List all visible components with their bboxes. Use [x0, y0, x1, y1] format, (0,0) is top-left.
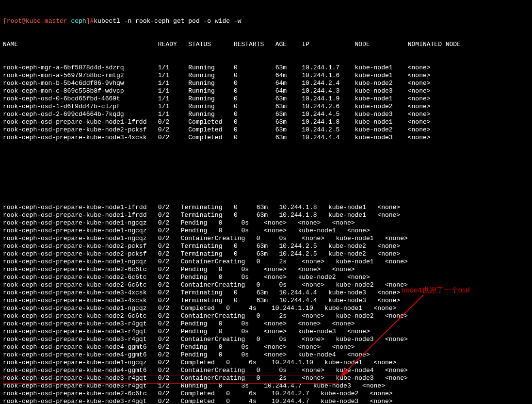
- table-row: rook-ceph-osd-0-6bcd65fbd-4669t 1/1 Runn…: [3, 95, 529, 103]
- table-row: rook-ceph-osd-prepare-kube-node2-pcksf 0…: [3, 126, 529, 134]
- table-row: rook-ceph-mon-c-869c558b8f-wdvcp 1/1 Run…: [3, 87, 529, 95]
- table-row: rook-ceph-osd-prepare-kube-node3-4xcsk 0…: [3, 297, 529, 305]
- table-row: rook-ceph-mon-b-5b4c6ddf86-9vhqw 1/1 Run…: [3, 80, 529, 87]
- table-row: rook-ceph-osd-prepare-kube-node3-r4gqt 0…: [3, 398, 529, 404]
- table-row: rook-ceph-osd-prepare-kube-node1-lfrdd 0…: [3, 204, 529, 211]
- table-row: rook-ceph-osd-prepare-kube-node4-ggmt6 0…: [3, 351, 529, 359]
- table-row: rook-ceph-osd-prepare-kube-node2-6c6tc 0…: [3, 312, 529, 320]
- prompt-user: root@kube-master: [7, 17, 67, 25]
- table-row: rook-ceph-osd-prepare-kube-node3-r4gqt 0…: [3, 328, 529, 336]
- table-row: rook-ceph-osd-prepare-kube-node3-4xcsk 0…: [3, 134, 529, 142]
- svg-line-0: [341, 295, 423, 376]
- table-row: rook-ceph-osd-prepare-kube-node2-pcksf 0…: [3, 242, 529, 250]
- table-row: rook-ceph-osd-prepare-kube-node1-ngcqz 0…: [3, 235, 529, 242]
- table-row: rook-ceph-osd-prepare-kube-node4-ggmt6 0…: [3, 343, 529, 351]
- table-row: rook-ceph-osd-2-699cd4664b-7kqdg 1/1 Run…: [3, 111, 529, 118]
- table-row: rook-ceph-osd-prepare-kube-node3-r4gqt 0…: [3, 320, 529, 328]
- table-row: rook-ceph-osd-prepare-kube-node2-6c6tc 0…: [3, 266, 529, 274]
- highlight-box: [3, 375, 339, 384]
- terminal-output[interactable]: [root@kube-master ceph]#kubectl -n rook-…: [0, 0, 532, 404]
- table-row: rook-ceph-osd-prepare-kube-node1-lfrdd 0…: [3, 211, 529, 219]
- table-row: rook-ceph-osd-prepare-kube-node2-pcksf 0…: [3, 250, 529, 258]
- table-row: rook-ceph-mon-a-569797b8bc-rmtg2 1/1 Run…: [3, 72, 529, 80]
- prompt-line: [root@kube-master ceph]#kubectl -n rook-…: [3, 17, 529, 25]
- table-row: rook-ceph-osd-prepare-kube-node1-ngcqz 0…: [3, 219, 529, 227]
- table-row: rook-ceph-osd-prepare-kube-node1-ngcqz 0…: [3, 305, 529, 312]
- table-row: rook-ceph-osd-prepare-kube-node2-6c6tc 0…: [3, 274, 529, 281]
- table-row: rook-ceph-osd-prepare-kube-node4-ggmt6 0…: [3, 367, 529, 374]
- table-row: rook-ceph-osd-prepare-kube-node1-ngcqz 0…: [3, 359, 529, 367]
- arrow-icon: [336, 290, 428, 382]
- table-header: NAME READY STATUS RESTARTS AGE IP NODE N…: [3, 41, 529, 48]
- table-row: rook-ceph-osd-1-d6f9dd47b-clzpf 1/1 Runn…: [3, 103, 529, 111]
- table-row: rook-ceph-osd-prepare-kube-node1-lfrdd 0…: [3, 118, 529, 126]
- table-row: rook-ceph-mgr-a-6bf5878d4d-sdzrq 1/1 Run…: [3, 64, 529, 72]
- prompt-cwd: ceph: [71, 17, 86, 25]
- table-row: rook-ceph-osd-prepare-kube-node2-6c6tc 0…: [3, 390, 529, 398]
- table-row: rook-ceph-osd-prepare-kube-node3-r4gqt 0…: [3, 336, 529, 343]
- table-row: rook-ceph-osd-prepare-kube-node1-ngcqz 0…: [3, 258, 529, 266]
- command-text: kubectl -n rook-ceph get pod -o wide -w: [94, 17, 241, 25]
- table-row: rook-ceph-osd-prepare-kube-node1-ngcqz 0…: [3, 227, 529, 235]
